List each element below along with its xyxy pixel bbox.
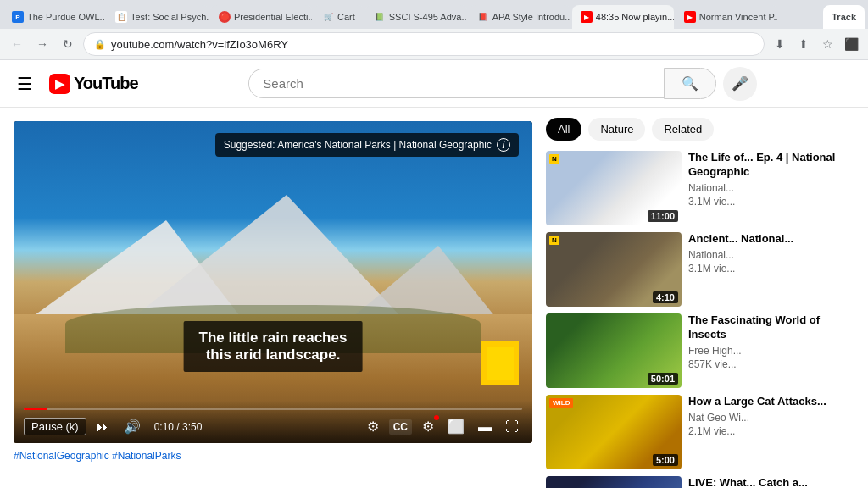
- tab-purdue[interactable]: P Search The Purdue OWL...: [3, 5, 105, 29]
- address-bar[interactable]: 🔒 youtube.com/watch?v=ifZIo3oM6RY: [83, 32, 765, 56]
- subtitles-toggle[interactable]: ⚙: [364, 417, 382, 436]
- volume-button[interactable]: 🔊: [120, 417, 144, 436]
- info-icon[interactable]: i: [497, 138, 510, 152]
- wild-badge-4: WILD: [549, 398, 573, 408]
- time-display: 0:10 / 3:50: [154, 421, 203, 433]
- search-container: 🔍 🎤: [248, 67, 757, 101]
- rec-info-3: The Fascinating World of Insects Free Hi…: [688, 313, 858, 388]
- rec-meta-1: 3.1M vie...: [688, 196, 858, 208]
- chip-all[interactable]: All: [546, 118, 581, 141]
- rec-title-4: How a Large Cat Attacks...: [688, 395, 858, 409]
- rec-channel-3: Free High...: [688, 345, 858, 357]
- subtitle-line2: this arid landscape.: [206, 347, 341, 363]
- chip-nature[interactable]: Nature: [588, 118, 645, 141]
- tab-test[interactable]: 📋 Test: Social Psych...: [107, 5, 209, 29]
- player-section: Suggested: America's National Parks | Na…: [0, 108, 546, 488]
- video-player[interactable]: Suggested: America's National Parks | Na…: [14, 121, 532, 443]
- svg-rect-1: [490, 350, 510, 377]
- tab-track[interactable]: Track: [823, 5, 865, 29]
- rec-thumb-2: N 4:10: [546, 232, 682, 307]
- pause-button[interactable]: Pause (k): [24, 418, 86, 435]
- settings-notification: [434, 415, 439, 420]
- rec-title-1: The Life of... Ep. 4 | National Geograph…: [688, 151, 858, 180]
- tab-favicon-ssci: 📗: [374, 11, 386, 23]
- subtitle-box: The little rain reaches this arid landsc…: [184, 321, 363, 372]
- rec-channel-2: National...: [688, 249, 858, 261]
- suggested-tooltip: Suggested: America's National Parks | Na…: [215, 133, 519, 157]
- rec-channel-1: National...: [688, 182, 858, 194]
- bookmark-button[interactable]: ☆: [817, 34, 837, 54]
- rec-meta-3: 857K vie...: [688, 358, 858, 370]
- download-button[interactable]: ⬇: [770, 34, 790, 54]
- tab-favicon-cart: 🛒: [322, 11, 334, 23]
- tab-favicon-pres: 🔴: [219, 11, 231, 23]
- lock-icon: 🔒: [94, 39, 106, 50]
- rec-info-2: Ancient... National... National... 3.1M …: [688, 232, 858, 307]
- rec-duration-1: 11:00: [648, 210, 678, 222]
- tab-favicon-youtube: ▶: [581, 11, 593, 23]
- search-button[interactable]: 🔍: [664, 68, 716, 99]
- controls-row: Pause (k) ⏭ 🔊 0:10 / 3:50 ⚙ CC ⚙ ⬜ ▬: [24, 417, 522, 436]
- rec-thumb-5: [546, 476, 682, 488]
- rec-item-1[interactable]: N 11:00 The Life of... Ep. 4 | National …: [546, 151, 858, 225]
- extensions-button[interactable]: ⬛: [841, 34, 861, 54]
- settings-button[interactable]: ⚙: [419, 417, 437, 436]
- rec-item-5[interactable]: LIVE: What... Catch a...: [546, 476, 858, 488]
- youtube-main: Suggested: America's National Parks | Na…: [0, 108, 868, 488]
- search-bar: [248, 69, 664, 98]
- youtube-logo-text: YouTube: [74, 74, 138, 93]
- browser-toolbar: ← → ↻ 🔒 youtube.com/watch?v=ifZIo3oM6RY …: [0, 29, 868, 59]
- rec-title-2: Ancient... National...: [688, 232, 858, 247]
- theater-button[interactable]: ▬: [475, 418, 495, 436]
- tab-favicon-norman: ▶: [684, 11, 696, 23]
- forward-button[interactable]: →: [32, 34, 53, 54]
- fullscreen-button[interactable]: ⛶: [502, 418, 522, 436]
- rec-thumb-1: N 11:00: [546, 151, 682, 225]
- suggested-text: Suggested: America's National Parks | Na…: [224, 139, 492, 151]
- menu-button[interactable]: ☰: [14, 70, 36, 97]
- mic-button[interactable]: 🎤: [723, 67, 757, 101]
- tab-favicon-test: 📋: [115, 11, 127, 23]
- tab-cart[interactable]: 🛒 Cart: [314, 5, 364, 29]
- tab-favicon-purdue: P: [12, 11, 24, 23]
- tabs-bar: P Search The Purdue OWL... 📋 Test: Socia…: [0, 0, 868, 29]
- rec-item-4[interactable]: WILD 5:00 How a Large Cat Attacks... Nat…: [546, 395, 858, 469]
- tab-favicon-apa: 📕: [477, 11, 489, 23]
- rec-title-5: LIVE: What... Catch a...: [688, 476, 858, 488]
- video-hashtags: #NationalGeographic #NationalParks: [14, 450, 181, 462]
- rec-channel-4: Nat Geo Wi...: [688, 412, 858, 424]
- back-button[interactable]: ←: [7, 34, 27, 54]
- rec-info-5: LIVE: What... Catch a...: [688, 476, 858, 488]
- progress-bar[interactable]: [24, 408, 522, 410]
- next-button[interactable]: ⏭: [93, 418, 114, 436]
- share-button[interactable]: ⬆: [793, 34, 814, 54]
- tab-apa[interactable]: 📕 APA Style Introdu...: [469, 5, 570, 29]
- rec-duration-2: 4:10: [653, 291, 678, 303]
- ng-badge-1: N: [549, 154, 559, 164]
- browser-chrome: P Search The Purdue OWL... 📋 Test: Socia…: [0, 0, 868, 60]
- chip-related[interactable]: Related: [652, 118, 714, 141]
- filter-chips: All Nature Related: [546, 118, 858, 141]
- rec-thumb-4: WILD 5:00: [546, 395, 682, 469]
- video-controls: Pause (k) ⏭ 🔊 0:10 / 3:50 ⚙ CC ⚙ ⬜ ▬: [14, 401, 532, 443]
- miniplayer-button[interactable]: ⬜: [444, 417, 468, 436]
- cc-button[interactable]: CC: [389, 419, 412, 435]
- tab-norman[interactable]: ▶ Norman Vincent P...: [676, 5, 777, 29]
- youtube-logo-icon: ▶: [49, 74, 70, 94]
- tab-ssci[interactable]: 📗 SSCI S-495 Adva...: [365, 5, 467, 29]
- tab-presidential[interactable]: 🔴 Presidential Electi...: [210, 5, 312, 29]
- youtube-logo[interactable]: ▶ YouTube: [49, 74, 138, 94]
- tab-now-playing[interactable]: ▶ 48:35 Now playin...: [572, 5, 674, 29]
- address-text: youtube.com/watch?v=ifZIo3oM6RY: [111, 38, 754, 51]
- subtitle-line1: The little rain reaches: [199, 330, 348, 346]
- rec-item-2[interactable]: N 4:10 Ancient... National... National..…: [546, 232, 858, 307]
- ng-badge-2: N: [549, 236, 559, 245]
- recommendations-list: N 11:00 The Life of... Ep. 4 | National …: [546, 151, 858, 488]
- rec-item-3[interactable]: 50:01 The Fascinating World of Insects F…: [546, 313, 858, 388]
- search-input[interactable]: [249, 69, 664, 97]
- rec-title-3: The Fascinating World of Insects: [688, 313, 858, 342]
- reload-button[interactable]: ↻: [58, 34, 78, 54]
- rec-meta-4: 2.1M vie...: [688, 425, 858, 437]
- video-info: #NationalGeographic #NationalParks: [14, 450, 532, 462]
- rec-duration-4: 5:00: [653, 454, 678, 466]
